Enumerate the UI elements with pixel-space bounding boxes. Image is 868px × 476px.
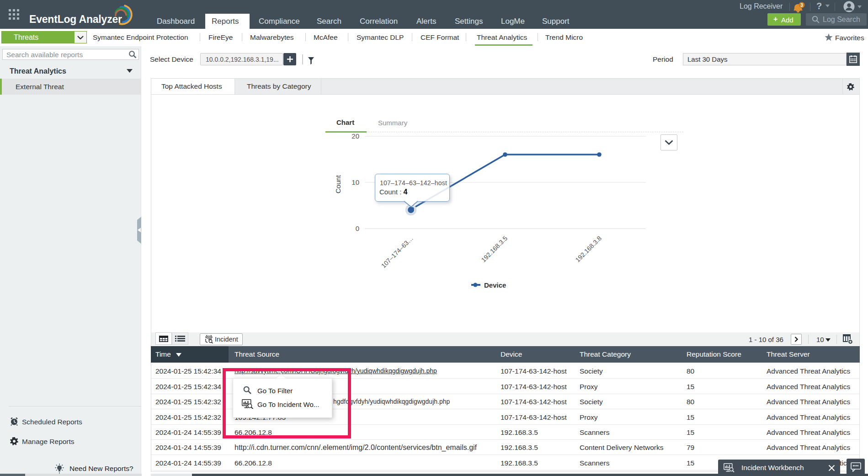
svg-text:0: 0 [356,225,359,232]
svg-text:192.168.3.5: 192.168.3.5 [480,235,509,264]
svg-text:107–174–63…: 107–174–63… [380,235,415,269]
svg-text:192.168.3.8: 192.168.3.8 [574,235,603,264]
svg-text:3: 3 [800,3,803,8]
svg-text:20: 20 [351,132,359,140]
svg-text:Count: Count [334,175,342,193]
svg-text:10: 10 [351,178,359,186]
svg-text:Device: Device [484,281,506,289]
